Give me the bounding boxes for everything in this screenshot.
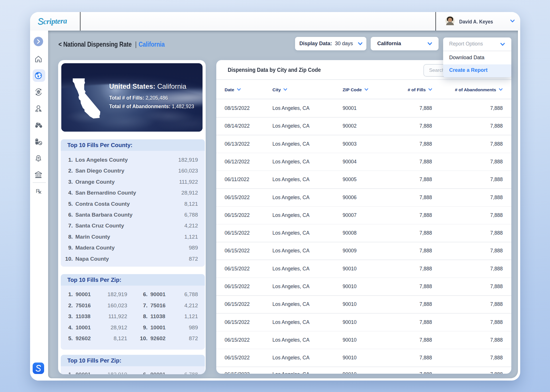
svg-text:24h: 24h [37, 91, 40, 93]
svg-text:criptera: criptera [43, 17, 67, 26]
